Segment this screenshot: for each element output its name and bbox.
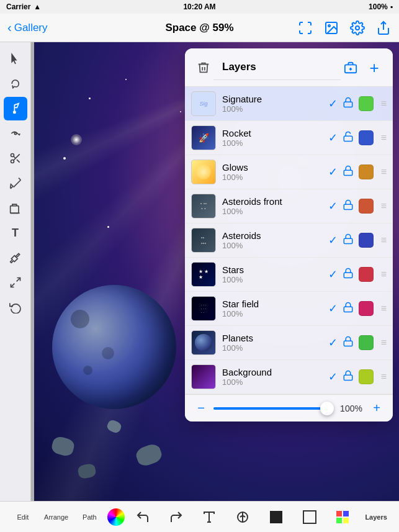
lasso-tool-button[interactable]	[4, 72, 27, 96]
layer-visibility-button[interactable]: ✓	[328, 336, 338, 349]
layer-row[interactable]: Planets100%✓≡	[185, 326, 393, 360]
layer-color-swatch[interactable]	[359, 267, 374, 282]
layer-row[interactable]: SigSignature100%✓≡	[185, 87, 393, 121]
layer-drag-handle[interactable]: ≡	[381, 98, 387, 109]
share-button[interactable]	[375, 20, 392, 36]
settings-button[interactable]	[349, 20, 365, 36]
layer-info: Background100%	[222, 367, 328, 387]
scissors-tool-button[interactable]	[4, 147, 27, 170]
layer-name: Star field	[222, 299, 328, 309]
add-group-button[interactable]	[341, 58, 361, 78]
layer-visibility-button[interactable]: ✓	[328, 268, 338, 281]
smudge-tool-button[interactable]	[4, 122, 27, 145]
layer-row[interactable]: 🚀Rocket100%✓≡	[185, 121, 393, 155]
layer-row[interactable]: •••••Asteroids100%✓≡	[185, 223, 393, 258]
color-wheel-button[interactable]	[107, 508, 125, 526]
layer-name: Asteroids	[222, 230, 328, 241]
layers-panel-title: Layers	[213, 55, 341, 80]
layer-visibility-button[interactable]: ✓	[328, 370, 338, 384]
layer-drag-handle[interactable]: ≡	[381, 235, 387, 246]
rect-fill-button[interactable]	[261, 510, 292, 525]
layer-row[interactable]: Glows100%✓≡	[185, 155, 393, 189]
layer-lock-button[interactable]	[343, 97, 354, 111]
delete-layer-button[interactable]	[194, 58, 213, 78]
add-layer-button[interactable]: +	[364, 58, 384, 78]
back-button[interactable]: ‹ Gallery	[7, 20, 48, 35]
image-button[interactable]	[323, 20, 339, 36]
layer-row[interactable]: • ••• •Asteroids front100%✓≡	[185, 189, 393, 223]
layer-row[interactable]: ★ ★★Stars100%✓≡	[185, 258, 393, 292]
layer-lock-button[interactable]	[343, 233, 354, 248]
path-menu-button[interactable]: Path	[74, 513, 105, 521]
layer-drag-handle[interactable]: ≡	[381, 166, 387, 178]
back-label[interactable]: Gallery	[14, 22, 48, 34]
layer-color-swatch[interactable]	[359, 96, 374, 111]
adjust-button[interactable]	[227, 510, 258, 525]
text-tool-button[interactable]: T	[4, 221, 27, 245]
layers-menu-button[interactable]: Layers	[361, 513, 392, 521]
pen-tool-button[interactable]	[4, 171, 27, 195]
chevron-left-icon: ‹	[7, 20, 12, 35]
transform-tool-button[interactable]	[4, 271, 27, 294]
layer-color-swatch[interactable]	[359, 335, 374, 350]
eyedrop-tool-button[interactable]	[4, 246, 27, 269]
layer-color-swatch[interactable]	[359, 165, 374, 179]
layer-controls: ✓≡	[328, 233, 387, 248]
slider-plus-button[interactable]: +	[369, 401, 384, 415]
redo-button[interactable]	[161, 510, 192, 525]
layer-visibility-button[interactable]: ✓	[328, 97, 338, 110]
layer-controls: ✓≡	[328, 96, 387, 111]
layer-drag-handle[interactable]: ≡	[381, 303, 387, 314]
layer-controls: ✓≡	[328, 165, 387, 179]
layer-opacity: 100%	[222, 275, 328, 284]
layer-drag-handle[interactable]: ≡	[381, 269, 387, 280]
layers-panel: Layers + SigSignature100%✓≡🚀Rocket100%✓≡…	[185, 48, 393, 422]
canvas-area[interactable]: T	[0, 42, 399, 501]
layer-lock-button[interactable]	[343, 302, 354, 316]
battery-label: 100%	[369, 2, 388, 11]
layer-row[interactable]: · · ·· · ·· ·Star field100%✓≡	[185, 292, 393, 326]
layer-visibility-button[interactable]: ✓	[328, 199, 338, 213]
layer-color-swatch[interactable]	[359, 301, 374, 316]
arrange-menu-button[interactable]: Arrange	[41, 513, 72, 521]
layer-drag-handle[interactable]: ≡	[381, 337, 387, 348]
svg-line-8	[17, 160, 20, 163]
rect-outline-button[interactable]	[294, 510, 325, 525]
layer-color-swatch[interactable]	[359, 369, 374, 384]
fullscreen-button[interactable]	[297, 20, 313, 36]
layer-info: Star field100%	[222, 299, 328, 318]
layer-drag-handle[interactable]: ≡	[381, 201, 387, 212]
layer-lock-button[interactable]	[343, 268, 354, 282]
text-bottom-button[interactable]	[194, 510, 225, 525]
layer-info: Planets100%	[222, 333, 328, 353]
layer-lock-button[interactable]	[343, 370, 354, 384]
layer-lock-button[interactable]	[343, 131, 354, 145]
svg-rect-25	[344, 341, 352, 346]
layer-visibility-button[interactable]: ✓	[328, 131, 338, 145]
layer-lock-button[interactable]	[343, 199, 354, 214]
eraser-tool-button[interactable]	[4, 196, 27, 220]
layer-drag-handle[interactable]: ≡	[381, 132, 387, 143]
opacity-slider-track[interactable]	[213, 407, 333, 410]
svg-rect-24	[344, 307, 352, 312]
layer-drag-handle[interactable]: ≡	[381, 371, 387, 382]
svg-line-14	[11, 284, 14, 287]
layer-row[interactable]: Background100%✓≡	[185, 360, 393, 394]
layer-thumbnail	[191, 364, 216, 389]
slider-minus-button[interactable]: −	[194, 401, 208, 415]
layer-lock-button[interactable]	[343, 165, 354, 179]
layer-visibility-button[interactable]: ✓	[328, 302, 338, 315]
layer-lock-button[interactable]	[343, 336, 354, 350]
layer-visibility-button[interactable]: ✓	[328, 233, 338, 247]
undo-rotate-tool-button[interactable]	[4, 295, 27, 319]
layer-color-swatch[interactable]	[359, 199, 374, 214]
mosaic-button[interactable]	[327, 510, 358, 525]
layer-visibility-button[interactable]: ✓	[328, 165, 338, 179]
brush-tool-button[interactable]	[4, 97, 27, 120]
layer-color-swatch[interactable]	[359, 130, 374, 145]
edit-menu-button[interactable]: Edit	[7, 513, 38, 521]
undo-button[interactable]	[127, 510, 158, 525]
select-tool-button[interactable]	[4, 47, 27, 71]
layer-color-swatch[interactable]	[359, 233, 374, 248]
svg-point-4	[14, 132, 16, 134]
